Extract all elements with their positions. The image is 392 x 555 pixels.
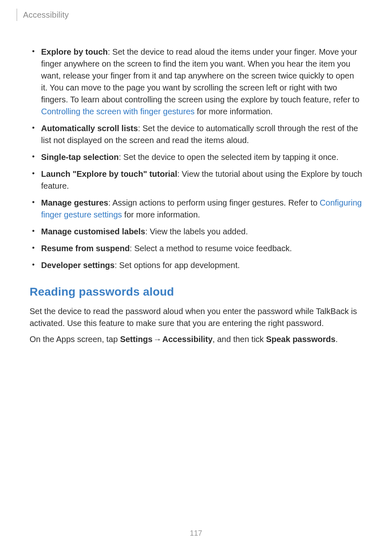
section-paragraph: Set the device to read the password alou… (30, 305, 362, 329)
list-item: Explore by touch: Set the device to read… (30, 46, 362, 118)
list-item: Launch "Explore by touch" tutorial: View… (30, 168, 362, 192)
feature-text: : View the labels you added. (145, 227, 248, 236)
feature-text: : Select a method to resume voice feedba… (130, 244, 292, 253)
breadcrumb: Accessibility (23, 9, 69, 21)
feature-text: : Assign actions to perform using finger… (108, 198, 320, 207)
ui-label: Settings (120, 335, 152, 344)
page-header: Accessibility (0, 0, 392, 22)
page: Accessibility Explore by touch: Set the … (0, 0, 392, 555)
ui-label: Speak passwords (266, 335, 335, 344)
header-rule (16, 9, 17, 21)
feature-term: Manage customised labels (41, 227, 145, 236)
feature-text-post: for more information. (122, 210, 200, 219)
feature-term: Single-tap selection (41, 153, 119, 162)
page-number: 117 (0, 528, 392, 539)
ui-label: Accessibility (162, 335, 212, 344)
list-item: Automatically scroll lists: Set the devi… (30, 123, 362, 146)
section-heading: Reading passwords aloud (30, 284, 362, 301)
feature-text: : Set options for app development. (115, 261, 240, 270)
instruction-text: . (335, 335, 338, 344)
feature-term: Manage gestures (41, 198, 108, 207)
feature-term: Developer settings (41, 261, 115, 270)
feature-term: Automatically scroll lists (41, 124, 138, 133)
list-item: Resume from suspend: Select a method to … (30, 243, 362, 254)
cross-reference-link[interactable]: Controlling the screen with finger gestu… (41, 107, 195, 116)
feature-text: : Set the device to open the selected it… (119, 153, 339, 162)
list-item: Single-tap selection: Set the device to … (30, 151, 362, 163)
arrow-icon: → (152, 333, 162, 345)
feature-term: Launch "Explore by touch" tutorial (41, 169, 177, 178)
feature-text-post: for more information. (195, 107, 273, 116)
feature-term: Explore by touch (41, 47, 108, 56)
list-item: Manage gestures: Assign actions to perfo… (30, 197, 362, 221)
instruction-text: , and then tick (212, 335, 266, 344)
list-item: Manage customised labels: View the label… (30, 226, 362, 238)
list-item: Developer settings: Set options for app … (30, 259, 362, 271)
section-paragraph: On the Apps screen, tap Settings → Acces… (30, 333, 362, 345)
instruction-text: On the Apps screen, tap (30, 335, 120, 344)
feature-list: Explore by touch: Set the device to read… (30, 46, 362, 271)
content-area: Explore by touch: Set the device to read… (0, 22, 392, 345)
feature-term: Resume from suspend (41, 244, 130, 253)
